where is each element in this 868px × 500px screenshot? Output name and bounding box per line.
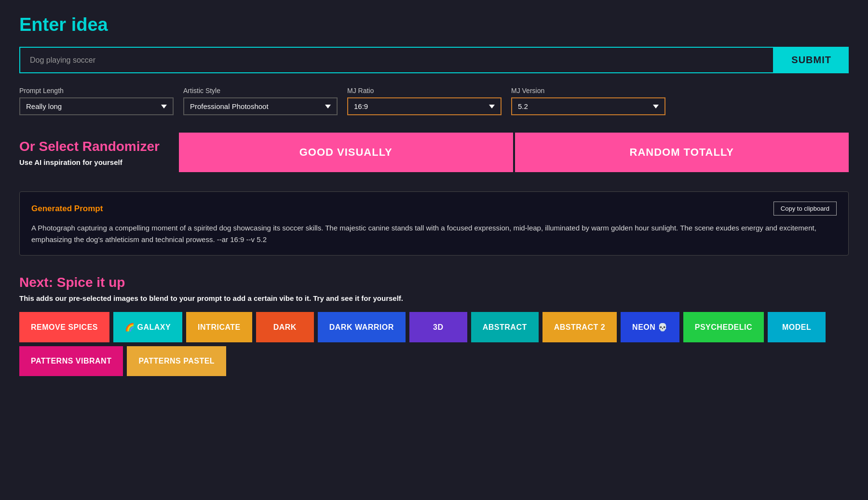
selectors-row: Prompt Length Short Medium Long Really l… (19, 87, 849, 115)
artistic-style-select[interactable]: Professional Photoshoot Painting Sketch … (183, 97, 338, 115)
spice-button-11[interactable]: PATTERNS VIBRANT (19, 346, 123, 376)
spice-button-0[interactable]: REMOVE SPICES (19, 312, 109, 342)
good-visually-button[interactable]: GOOD VISUALLY (179, 133, 513, 172)
mj-ratio-group: MJ Ratio 1:1 4:3 16:9 9:16 3:2 (347, 87, 502, 115)
randomizer-heading: Or Select Randomizer (19, 139, 160, 154)
generated-prompt-text: A Photograph capturing a compelling mome… (31, 222, 837, 245)
spice-button-4[interactable]: DARK WARRIOR (318, 312, 406, 342)
spice-button-1[interactable]: 🌈 GALAXY (113, 312, 182, 342)
mj-version-group: MJ Version 4 5 5.1 5.2 6 (511, 87, 665, 115)
mj-ratio-select[interactable]: 1:1 4:3 16:9 9:16 3:2 (347, 97, 502, 115)
spice-heading: Next: Spice it up (19, 275, 849, 290)
spice-subtitle: This adds our pre-selected images to ble… (19, 294, 849, 302)
mj-ratio-label: MJ Ratio (347, 87, 502, 95)
spice-section: Next: Spice it up This adds our pre-sele… (19, 275, 849, 376)
mj-version-select[interactable]: 4 5 5.1 5.2 6 (511, 97, 665, 115)
idea-input-row: SUBMIT (19, 47, 849, 73)
prompt-length-label: Prompt Length (19, 87, 174, 95)
page-title: Enter idea (19, 14, 849, 35)
spice-heading-colored: Spice it up (57, 275, 125, 290)
copy-to-clipboard-button[interactable]: Copy to clipboard (773, 202, 837, 216)
idea-input[interactable] (19, 47, 774, 73)
spice-heading-plain: Next: (19, 275, 57, 290)
spice-button-9[interactable]: PSYCHEDELIC (683, 312, 764, 342)
prompt-length-group: Prompt Length Short Medium Long Really l… (19, 87, 174, 115)
submit-button[interactable]: SUBMIT (774, 47, 849, 73)
randomizer-section: Or Select Randomizer Use AI inspiration … (19, 133, 849, 172)
randomizer-subtitle: Use AI inspiration for yourself (19, 158, 160, 166)
spice-button-7[interactable]: ABSTRACT 2 (542, 312, 617, 342)
generated-prompt-title: Generated Prompt (31, 204, 103, 214)
spice-button-12[interactable]: PATTERNS PASTEL (127, 346, 226, 376)
spice-button-3[interactable]: DARK (256, 312, 314, 342)
artistic-style-group: Artistic Style Professional Photoshoot P… (183, 87, 338, 115)
spice-button-2[interactable]: INTRICATE (186, 312, 252, 342)
prompt-length-select[interactable]: Short Medium Long Really long (19, 97, 174, 115)
spice-button-5[interactable]: 3D (409, 312, 467, 342)
generated-prompt-box: Generated Prompt Copy to clipboard A Pho… (19, 191, 849, 256)
randomizer-buttons: GOOD VISUALLY RANDOM TOTALLY (179, 133, 849, 172)
artistic-style-label: Artistic Style (183, 87, 338, 95)
spice-buttons-container: REMOVE SPICES🌈 GALAXYINTRICATEDARKDARK W… (19, 312, 849, 376)
randomizer-heading-plain: Or (19, 139, 39, 154)
randomizer-left: Or Select Randomizer Use AI inspiration … (19, 139, 160, 166)
spice-button-8[interactable]: NEON 💀 (621, 312, 679, 342)
generated-prompt-header: Generated Prompt Copy to clipboard (31, 202, 837, 216)
randomizer-heading-colored: Select Randomizer (39, 139, 160, 154)
mj-version-label: MJ Version (511, 87, 665, 95)
random-totally-button[interactable]: RANDOM TOTALLY (515, 133, 849, 172)
spice-button-10[interactable]: MODEL (768, 312, 826, 342)
spice-button-6[interactable]: ABSTRACT (471, 312, 539, 342)
